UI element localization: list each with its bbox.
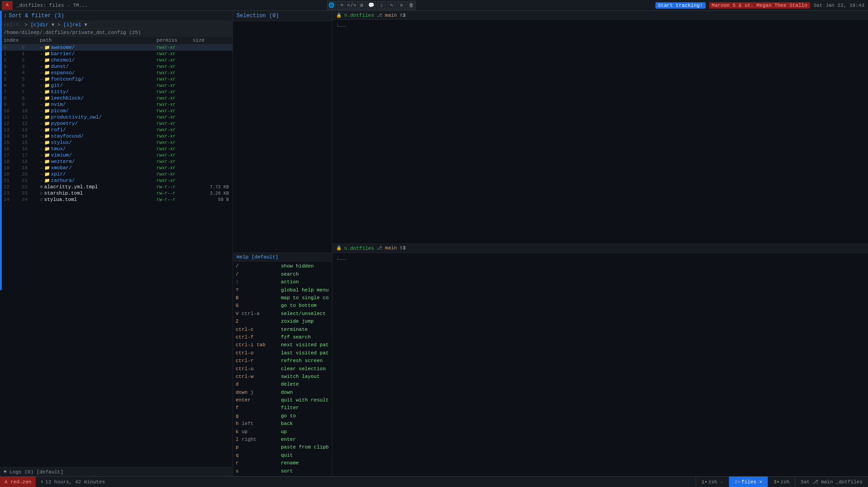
file-row[interactable]: 21 21 — 📁 zathura/ rwxr-xr: [0, 177, 232, 184]
file-row[interactable]: 23 23 o starship.toml rw-r--r 3.26 KB: [0, 190, 232, 196]
file-idx1: 10: [4, 108, 22, 114]
topbar: A _dotfiles: files - TM... 🌐 ⌨ </> ⊞ 💬 ♪…: [0, 0, 868, 11]
tab-3-zsh[interactable]: 3• zsh: [768, 477, 795, 487]
help-key: ctrl-u: [236, 366, 281, 372]
help-key: ctrl-c: [236, 326, 281, 333]
help-row: ctrl-rrefresh screen: [235, 357, 330, 365]
help-row: ctrl-wswitch layout: [235, 373, 330, 381]
file-row[interactable]: 6 6 — 📁 git/ rwxr-xr: [0, 82, 232, 89]
help-desc: next visited pat: [281, 342, 329, 349]
file-perms: rwxr-xr: [157, 140, 193, 145]
file-row[interactable]: 5 5 — 📁 fontconfig/ rwxr-xr: [0, 76, 232, 82]
help-row: Zzoxide jump: [235, 318, 330, 325]
help-desc: rename: [281, 460, 329, 467]
file-row[interactable]: 8 8 — 📁 leechblock/ rwxr-xr: [0, 95, 232, 101]
file-table-wrapper[interactable]: 0 0 → 📁 awesome/ rwxr-xr 1 1 — 📁 barrier…: [0, 44, 232, 467]
help-row: :action: [235, 278, 330, 286]
help-row: ffilter: [235, 404, 330, 412]
tab-1-label: zsh -: [708, 479, 723, 485]
file-row[interactable]: 3 3 — 📁 dunst/ rwxr-xr: [0, 63, 232, 70]
file-perms: rwxr-xr: [157, 159, 193, 164]
file-row[interactable]: 16 16 — 📁 tmux/ rwxr-xr: [0, 146, 232, 152]
file-idx2: 10: [22, 108, 40, 114]
file-perms: rw-r--r: [157, 191, 193, 196]
help-desc: filter: [281, 405, 329, 411]
file-idx2: 16: [22, 146, 40, 152]
list-icon[interactable]: ≡: [397, 1, 406, 10]
file-idx1: 12: [4, 121, 22, 126]
file-name: — 📁 stylus/: [40, 140, 157, 145]
file-idx1: 16: [4, 146, 22, 152]
help-desc: clear selection: [281, 366, 329, 372]
col-index: index: [4, 38, 22, 43]
file-name: — 📁 barrier/: [40, 51, 157, 57]
file-row[interactable]: 14 14 — 📁 stayfocusd/ rwxr-xr: [0, 133, 232, 139]
file-row[interactable]: 9 9 — 📁 nvim/ rwxr-xr: [0, 101, 232, 108]
status-right-info: Sat ⎇ main _dotfiles: [795, 477, 868, 487]
edit-icon[interactable]: ✎: [387, 1, 396, 10]
terminal-icon[interactable]: ⌨: [337, 1, 346, 10]
file-row[interactable]: 11 11 — 📁 productivity_owl/ rwxr-xr: [0, 114, 232, 120]
help-key: enter: [236, 397, 281, 404]
help-row: Bmap to single co: [235, 294, 330, 302]
file-row[interactable]: 13 13 — 📁 rofi/ rwxr-xr: [0, 127, 232, 133]
right-pane-bottom-header: 🔒 ⎋.dotfiles ⎇ main !3: [332, 244, 868, 253]
code-icon[interactable]: </>: [347, 1, 356, 10]
chat-icon[interactable]: 💬: [367, 1, 376, 10]
file-row[interactable]: 1 1 — 📁 barrier/ rwxr-xr: [0, 51, 232, 57]
file-row[interactable]: 4 4 — 📁 espanso/ rwxr-xr: [0, 70, 232, 76]
file-idx1: 13: [4, 127, 22, 133]
window-icon[interactable]: ⊞: [357, 1, 366, 10]
file-row[interactable]: 20 20 — 📁 xplr/ rwxr-xr: [0, 171, 232, 177]
help-section: Help [default] /show hidden/search:actio…: [233, 253, 332, 476]
tab-1-zsh[interactable]: 1• zsh -: [696, 477, 729, 487]
app-icon[interactable]: A: [2, 1, 13, 10]
file-row[interactable]: 19 19 — 📁 xmobar/ rwxr-xr: [0, 165, 232, 171]
file-name: — 📁 tmux/: [40, 146, 157, 152]
pane-bottom-repo: ⎋.dotfiles: [344, 245, 374, 251]
help-key: Z: [236, 318, 281, 325]
help-row: qquit: [235, 452, 330, 459]
file-idx2: 1: [22, 51, 40, 57]
trash-icon[interactable]: 🗑: [407, 1, 416, 10]
file-perms: rwxr-xr: [157, 58, 193, 63]
help-desc: fzf search: [281, 334, 329, 341]
right-pane-top: 🔒 ⎋.dotfiles ⎇ main !3 └──: [332, 11, 868, 244]
file-perms: rwxr-xr: [157, 83, 193, 88]
file-perms: rwxr-xr: [157, 96, 193, 101]
file-idx2: 3: [22, 64, 40, 69]
file-idx2: 20: [22, 172, 40, 177]
file-row[interactable]: 17 17 — 📁 vimium/ rwxr-xr: [0, 152, 232, 158]
file-row[interactable]: 7 7 — 📁 kitty/ rwxr-xr: [0, 89, 232, 95]
file-row[interactable]: 0 0 → 📁 awesome/ rwxr-xr: [0, 44, 232, 51]
music-icon[interactable]: ♪: [377, 1, 386, 10]
file-row[interactable]: 10 10 — 📁 picom/ rwxr-xr: [0, 108, 232, 114]
lock-icon-top: 🔒: [336, 13, 342, 18]
file-name: — 📁 xplr/: [40, 172, 157, 177]
help-key: h left: [236, 420, 281, 427]
file-row[interactable]: 2 2 — 📁 chezmoi/ rwxr-xr: [0, 57, 232, 63]
file-name: — 📁 dunst/: [40, 64, 157, 69]
help-desc: last visited pat: [281, 350, 329, 357]
help-key: B: [236, 295, 281, 301]
file-name: — 📁 git/: [40, 83, 157, 88]
branch-icon-top: ⎇: [377, 13, 382, 18]
help-key-alt: ctrl-a: [242, 311, 260, 316]
file-row[interactable]: 24 24 o stylua.toml rw-r--r 50 B: [0, 196, 232, 203]
file-row[interactable]: 15 15 — 📁 stylus/ rwxr-xr: [0, 139, 232, 146]
time-label: 12 hours, 42 minutes: [45, 479, 105, 485]
file-row[interactable]: 18 18 — 📁 wezterm/ rwxr-xr: [0, 158, 232, 165]
file-name: — 📁 rofi/: [40, 127, 157, 133]
help-row: enterquit with result: [235, 396, 330, 404]
file-row[interactable]: 22 22 ■ alacritty.yml.tmpl rw-r--r 7.72 …: [0, 184, 232, 190]
globe-icon[interactable]: 🌐: [327, 1, 336, 10]
file-idx1: 8: [4, 95, 22, 101]
help-key-alt: up: [242, 429, 247, 434]
tracking-badge[interactable]: Start tracking!: [655, 2, 706, 9]
help-desc: switch layout: [281, 373, 329, 380]
file-row[interactable]: 12 12 — 📁 pypoetry/ rwxr-xr: [0, 120, 232, 127]
help-key: d: [236, 381, 281, 388]
tab-2-files[interactable]: 2• files ×: [729, 477, 768, 487]
file-name: — 📁 stayfocusd/: [40, 134, 157, 139]
help-row: ?global help menu: [235, 286, 330, 294]
